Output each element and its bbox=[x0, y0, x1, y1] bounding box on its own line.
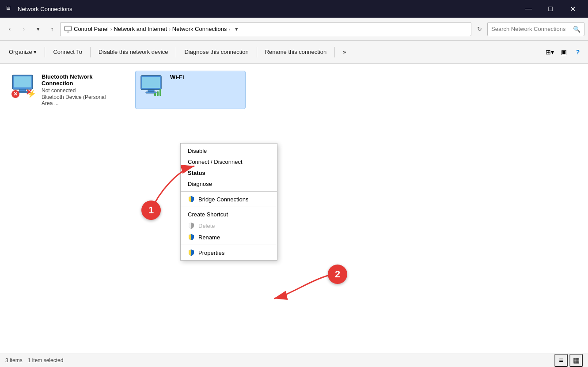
list-view-button[interactable]: ≡ bbox=[554, 354, 568, 367]
maximize-button[interactable]: □ bbox=[540, 2, 561, 15]
wifi-info: Wi-Fi bbox=[170, 74, 242, 80]
toolbar-separator-1 bbox=[45, 47, 45, 57]
window-controls: — □ ✕ bbox=[518, 2, 583, 15]
ctx-properties-shield-icon bbox=[188, 249, 195, 256]
svg-rect-12 bbox=[148, 90, 154, 92]
ctx-sep-2 bbox=[181, 207, 277, 207]
selected-count: 1 item selected bbox=[28, 357, 64, 363]
ctx-create-shortcut[interactable]: Create Shortcut bbox=[181, 209, 277, 220]
annotation-2: 2 bbox=[328, 265, 347, 284]
main-content: ⚡ ✕ ⚡ Bluetooth Network Connection Not c… bbox=[0, 64, 588, 353]
diagnose-button[interactable]: Diagnose this connection bbox=[179, 44, 254, 60]
address-bar: ‹ › ▾ ↑ Control Panel › Network and Inte… bbox=[0, 18, 588, 41]
bluetooth-name: Bluetooth Network Connection bbox=[42, 73, 114, 87]
bluetooth-icon-container: ⚡ ✕ ⚡ bbox=[11, 73, 37, 100]
ctx-disable[interactable]: Disable bbox=[181, 145, 277, 156]
address-path: Control Panel › Network and Internet › N… bbox=[60, 22, 471, 36]
context-menu: Disable Connect / Disconnect Status Diag… bbox=[180, 143, 277, 261]
disable-button[interactable]: Disable this network device bbox=[93, 44, 174, 60]
view-controls: ⊞▾ ▣ ? bbox=[543, 45, 584, 59]
toolbar-separator-5 bbox=[334, 47, 335, 57]
ctx-status[interactable]: Status bbox=[181, 167, 277, 178]
svg-rect-5 bbox=[19, 89, 26, 91]
search-box: 🔍 bbox=[487, 22, 584, 36]
wifi-computer-icon bbox=[139, 74, 163, 98]
toolbar: Organize ▾ Connect To Disable this netwo… bbox=[0, 41, 588, 64]
ctx-bridge-label: Bridge Connections bbox=[198, 196, 248, 203]
network-item-bluetooth[interactable]: ⚡ ✕ ⚡ Bluetooth Network Connection Not c… bbox=[7, 71, 118, 109]
toolbar-separator-3 bbox=[176, 47, 176, 57]
ctx-delete-shield-icon bbox=[188, 222, 195, 229]
app-icon: 🖥 bbox=[5, 4, 14, 13]
preview-pane-button[interactable]: ▣ bbox=[557, 45, 570, 59]
ctx-connect-disconnect-label: Connect / Disconnect bbox=[188, 159, 243, 165]
refresh-button[interactable]: ↻ bbox=[473, 23, 486, 35]
change-view-button[interactable]: ⊞▾ bbox=[543, 45, 556, 59]
ctx-properties-label: Properties bbox=[198, 250, 224, 256]
svg-rect-16 bbox=[159, 89, 161, 96]
ctx-properties[interactable]: Properties bbox=[181, 247, 277, 258]
ctx-delete-label: Delete bbox=[198, 223, 215, 229]
ctx-shortcut-label: Create Shortcut bbox=[188, 211, 228, 218]
ctx-rename[interactable]: Rename bbox=[181, 231, 277, 243]
svg-rect-13 bbox=[146, 92, 156, 93]
svg-rect-14 bbox=[154, 93, 156, 96]
path-dropdown-button[interactable]: ▾ bbox=[232, 23, 241, 35]
item-count: 3 items bbox=[5, 357, 23, 363]
back-button[interactable]: ‹ bbox=[4, 23, 16, 35]
organize-button[interactable]: Organize ▾ bbox=[4, 44, 42, 60]
forward-button: › bbox=[18, 23, 30, 35]
up-button[interactable]: ↑ bbox=[46, 23, 58, 35]
annotation-1-label: 1 bbox=[148, 204, 154, 216]
connect-to-button[interactable]: Connect To bbox=[48, 44, 87, 60]
wifi-icon-container bbox=[139, 74, 166, 100]
path-computer-icon bbox=[64, 25, 72, 33]
search-input[interactable] bbox=[491, 26, 573, 32]
path-control-panel[interactable]: Control Panel bbox=[74, 26, 109, 32]
bluetooth-status: Not connected bbox=[42, 87, 114, 94]
close-button[interactable]: ✕ bbox=[562, 2, 583, 15]
window-title: Network Connections bbox=[18, 6, 518, 12]
bluetooth-info: Bluetooth Network Connection Not connect… bbox=[42, 73, 114, 106]
svg-rect-4 bbox=[14, 76, 31, 87]
toolbar-separator-2 bbox=[90, 47, 91, 57]
ctx-diagnose[interactable]: Diagnose bbox=[181, 178, 277, 189]
annotation-2-label: 2 bbox=[335, 269, 340, 280]
ctx-bridge-shield-icon bbox=[188, 196, 195, 203]
minimize-button[interactable]: — bbox=[518, 2, 539, 15]
title-bar: 🖥 Network Connections — □ ✕ bbox=[0, 0, 588, 18]
details-view-button[interactable]: ▦ bbox=[569, 354, 583, 367]
svg-rect-11 bbox=[142, 77, 160, 88]
path-network-internet[interactable]: Network and Internet bbox=[114, 26, 167, 32]
annotation-1: 1 bbox=[141, 201, 161, 220]
ctx-connect-disconnect[interactable]: Connect / Disconnect bbox=[181, 156, 277, 167]
not-connected-indicator: ✕ bbox=[11, 90, 19, 98]
status-view-buttons: ≡ ▦ bbox=[554, 354, 583, 367]
bluetooth-badge-icon: ⚡ bbox=[27, 90, 36, 98]
path-network-connections[interactable]: Network Connections bbox=[172, 26, 227, 32]
ctx-sep-3 bbox=[181, 245, 277, 245]
wifi-name: Wi-Fi bbox=[170, 74, 242, 80]
recent-locations-button[interactable]: ▾ bbox=[32, 23, 44, 35]
ctx-sep-1 bbox=[181, 191, 277, 192]
svg-rect-15 bbox=[157, 91, 159, 96]
ctx-rename-label: Rename bbox=[198, 234, 220, 241]
more-button[interactable]: » bbox=[338, 44, 351, 60]
network-item-windows-report[interactable]: Windows Report Disconnected WAN Miniport… bbox=[449, 64, 559, 109]
bluetooth-type: Bluetooth Device (Personal Area ... bbox=[42, 94, 114, 106]
network-item-wifi[interactable]: Wi-Fi bbox=[135, 71, 246, 109]
status-bar: 3 items 1 item selected ≡ ▦ bbox=[0, 353, 588, 367]
help-button[interactable]: ? bbox=[571, 45, 584, 59]
ctx-delete: Delete bbox=[181, 220, 277, 231]
ctx-bridge[interactable]: Bridge Connections bbox=[181, 193, 277, 205]
toolbar-separator-4 bbox=[257, 47, 257, 57]
ctx-status-label: Status bbox=[188, 170, 205, 176]
search-icon: 🔍 bbox=[573, 26, 580, 33]
svg-rect-0 bbox=[65, 26, 72, 31]
ctx-rename-shield-icon bbox=[188, 234, 195, 241]
ctx-disable-label: Disable bbox=[188, 148, 207, 154]
ctx-diagnose-label: Diagnose bbox=[188, 181, 212, 187]
rename-button[interactable]: Rename this connection bbox=[260, 44, 332, 60]
